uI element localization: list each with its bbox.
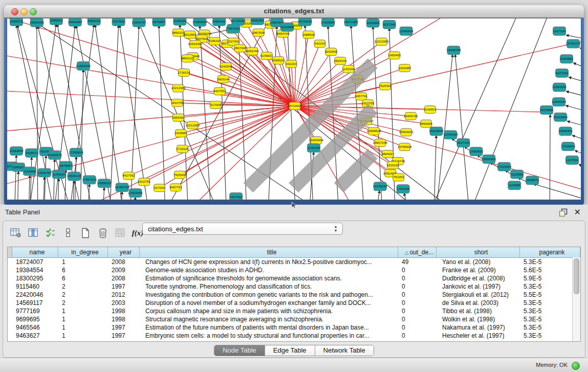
table-cell[interactable]: 1 [58,307,107,315]
network-canvas[interactable]: 9860123891295418226058982750910543382818… [7,18,581,200]
table-cell[interactable]: 1 [58,315,107,323]
row-options-icon[interactable] [60,226,76,240]
table-cell[interactable]: 2 [58,299,107,307]
table-cell[interactable]: 2003 [107,299,139,307]
table-cell[interactable]: 5.3E-5 [519,332,580,340]
select-columns-icon[interactable] [43,226,58,240]
table-cell[interactable]: 0 [398,291,436,299]
table-cell[interactable]: 5.6E-5 [519,266,580,274]
table-cell[interactable]: 2008 [107,258,139,266]
network-window[interactable]: citations_edges.txt 98601238912954182260… [4,5,584,205]
table-cell[interactable]: 2 [58,282,107,291]
table-cell[interactable]: 9777169 [12,307,58,315]
column-header-year[interactable]: year [108,247,140,257]
tab-node-table[interactable]: Node Table [214,345,265,356]
table-row[interactable]: 1830029562008Estimation of significance … [8,274,580,282]
table-cell[interactable]: 1 [58,258,107,266]
tab-network-table[interactable]: Network Table [315,345,374,356]
table-cell[interactable]: 18300295 [12,274,58,282]
table-cell[interactable]: 1997 [107,282,139,291]
column-visibility-icon[interactable] [26,226,41,240]
table-cell[interactable]: 18724007 [12,258,58,266]
table-cell[interactable]: 5.3E-5 [519,258,580,266]
memory-status-icon[interactable] [572,362,580,370]
float-panel-icon[interactable] [559,208,568,217]
close-panel-icon[interactable]: ✕ [574,207,581,218]
table-cell[interactable]: 5.5E-5 [519,291,580,299]
column-header-in_degree[interactable]: in_degree [58,247,108,257]
table-cell[interactable]: 0 [398,274,436,282]
table-cell[interactable]: 1 [58,323,107,332]
table-cell[interactable]: 22420046 [12,291,58,299]
table-cell[interactable]: Stergiakouli et al. (2012) [436,291,519,299]
table-cell[interactable]: 1998 [107,315,139,323]
table-row[interactable]: 1872400712008Changes of HCN gene express… [8,258,580,266]
create-table-icon[interactable] [78,226,93,240]
table-cell[interactable]: Estimation of significance thresholds fo… [139,274,398,282]
table-cell[interactable]: Estimation of the future numbers of pati… [139,323,398,332]
table-row[interactable]: 946554611997Estimation of the future num… [8,323,580,332]
import-table-icon[interactable] [113,226,128,240]
table-row[interactable]: 2242004622012Investigating the contribut… [8,291,580,299]
table-cell[interactable]: Franke et al. (2009) [436,266,519,274]
table-cell[interactable]: 2008 [107,274,139,282]
column-header-title[interactable]: title [140,247,398,257]
table-cell[interactable]: 5.3E-5 [519,282,580,291]
table-cell[interactable]: Jankovic et al. (1997) [436,282,519,291]
table-cell[interactable]: 0 [398,323,436,332]
table-cell[interactable]: 1998 [107,307,139,315]
table-cell[interactable]: 9463627 [12,332,58,340]
table-cell[interactable]: Embryonic stem cells: a model to study s… [139,332,398,340]
table-cell[interactable]: Yano et al. (2008) [436,258,519,266]
table-row[interactable]: 1938455462009Genome-wide association stu… [8,266,580,274]
table-cell[interactable]: Nakamura et al. (1997) [436,323,519,332]
table-cell[interactable]: 2012 [107,291,139,299]
table-cell[interactable]: 1997 [107,332,139,340]
table-settings-icon[interactable] [8,226,24,240]
table-row[interactable]: 911546021997Tourette syndrome. Phenomeno… [8,282,580,291]
table-cell[interactable]: 0 [398,307,436,315]
column-header-name[interactable]: name [12,247,58,257]
delete-table-icon[interactable] [95,226,111,240]
window-titlebar[interactable]: citations_edges.txt [4,5,584,18]
resize-grip-icon[interactable] [7,18,580,199]
column-header-pagerank[interactable]: pagerank [520,247,580,257]
table-cell[interactable]: 49 [398,258,436,266]
table-cell[interactable]: Structural magnetic resonance image aver… [139,315,398,323]
table-selector-dropdown[interactable]: citations_edges.txt ▲▼ [142,223,343,235]
table-cell[interactable]: Disruption of a novel member of a sodium… [139,299,398,307]
table-cell[interactable]: 5.3E-5 [519,307,580,315]
table-row[interactable]: 1456911722003Disruption of a novel membe… [8,299,580,307]
table-cell[interactable]: Genome-wide association studies in ADHD. [139,266,398,274]
table-cell[interactable]: 5.3E-5 [519,323,580,332]
table-cell[interactable]: 6 [58,266,107,274]
tab-edge-table[interactable]: Edge Table [265,345,315,356]
table-cell[interactable]: Dudbridge et al. (2008) [436,274,519,282]
table-cell[interactable]: 14569117 [12,299,58,307]
table-cell[interactable]: 6 [58,274,107,282]
table-cell[interactable]: 2 [58,291,107,299]
table-cell[interactable]: 1 [58,332,107,340]
table-cell[interactable]: 5.3E-5 [519,299,580,307]
table-cell[interactable]: 5.9E-5 [519,274,580,282]
table-cell[interactable]: 2009 [107,266,139,274]
table-cell[interactable]: 5.3E-5 [519,315,580,323]
table-cell[interactable]: 9465546 [12,323,58,332]
table-row[interactable]: 977716911998Corpus callosum shape and si… [8,307,580,315]
table-cell[interactable]: Changes of HCN gene expression and I(f) … [139,258,398,266]
table-cell[interactable]: 0 [398,315,436,323]
table-cell[interactable]: 0 [398,282,436,291]
table-cell[interactable]: 1997 [107,323,139,332]
table-cell[interactable]: Corpus callosum shape and size in male p… [139,307,398,315]
table-cell[interactable]: Tibbo et al. (1998) [436,307,519,315]
table-row[interactable]: 969969511998Structural magnetic resonanc… [8,315,580,323]
table-row[interactable]: 946362711997Embryonic stem cells: a mode… [8,332,580,340]
table-cell[interactable]: 0 [398,266,436,274]
table-cell[interactable]: 9115460 [12,282,58,291]
column-header-short[interactable]: short [437,247,520,257]
column-header-out_de[interactable]: △out_de... [398,247,437,257]
table-cell[interactable]: Investigating the contribution of common… [139,291,398,299]
table-cell[interactable]: 19384554 [12,266,58,274]
table-cell[interactable]: 9699695 [12,315,58,323]
table-cell[interactable]: Hescheler et al. (1997) [436,332,519,340]
